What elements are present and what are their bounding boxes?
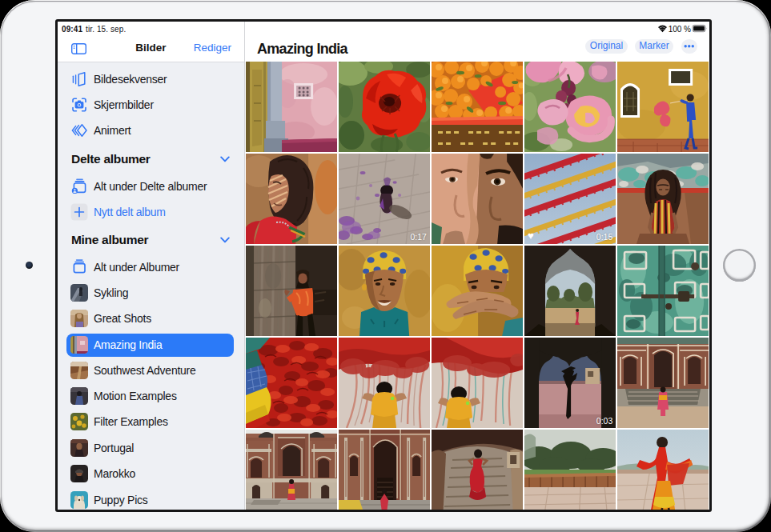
svg-text:100 %: 100 % xyxy=(669,25,691,34)
